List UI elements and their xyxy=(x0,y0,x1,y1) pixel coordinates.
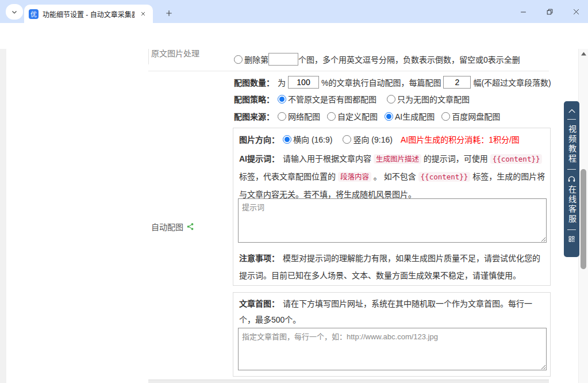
delete-nth-radio[interactable] xyxy=(234,55,243,64)
close-icon xyxy=(572,8,580,16)
panel-divider xyxy=(567,119,576,120)
code-span: {{content}} xyxy=(490,154,543,164)
panel-divider xyxy=(567,229,576,230)
credit-cost-note: AI图片生成的积分消耗：1积分/图 xyxy=(401,133,520,145)
online-service-link[interactable]: 在线客服 xyxy=(567,185,576,224)
landscape-radio[interactable] xyxy=(283,135,291,144)
source-baidu-radio[interactable] xyxy=(441,112,450,121)
ai-prompt-textarea[interactable] xyxy=(238,198,547,243)
notice-label: 注意事项： xyxy=(239,254,279,263)
floating-help-panel: 视频教程 在线客服 xyxy=(564,101,579,257)
browser-tab[interactable]: 优 功能细节设置 - 自动文章采集器 xyxy=(24,5,153,23)
per-article-count-input[interactable] xyxy=(443,76,471,89)
first-image-description: 文章首图：请在下方填写图片网址，系统在其中随机取一个作为文章首图。每行一个，最多… xyxy=(239,296,547,328)
count-seg2: %的文章执行自动配图，每篇配图 xyxy=(321,76,441,88)
strategy-noimage-label[interactable]: 只为无图的文章配图 xyxy=(397,93,470,105)
image-count-row: 配图数量： 为 %的文章执行自动配图，每篇配图 幅(不超过文章段落数) xyxy=(234,76,551,89)
auto-image-label: 自动配图 xyxy=(151,221,194,232)
scrollbar-thumb[interactable] xyxy=(581,169,586,269)
qr-code-icon[interactable] xyxy=(568,235,575,243)
code-span: 生成图片描述 xyxy=(374,154,421,164)
count-seg3: 幅(不超过文章段落数) xyxy=(473,76,551,88)
panel-divider xyxy=(567,169,576,170)
strategy-row: 配图策略： 不管原文是否有图都配图 只为无图的文章配图 xyxy=(234,93,470,105)
delete-prefix-text: 删除第 xyxy=(244,53,268,65)
delete-suffix-text: 个图，多个用英文逗号分隔，负数表示倒数，留空或0表示全删 xyxy=(298,53,520,65)
headset-icon[interactable] xyxy=(567,175,576,183)
strategy-label: 配图策略： xyxy=(234,93,274,105)
count-seg1: 为 xyxy=(278,76,286,88)
plus-icon xyxy=(165,9,173,17)
source-baidu-label[interactable]: 百度网盘配图 xyxy=(452,110,500,122)
back-to-top-icon[interactable] xyxy=(568,108,576,114)
landscape-label[interactable]: 横向 (16:9) xyxy=(293,133,332,145)
auto-image-label-text: 自动配图 xyxy=(151,221,183,232)
scroll-up-arrow-icon[interactable] xyxy=(581,52,586,56)
code-span: 段落内容 xyxy=(338,172,371,182)
tab-close-icon[interactable] xyxy=(138,9,148,19)
source-row: 配图来源： 网络配图 自定义配图 AI生成配图 百度网盘配图 xyxy=(234,110,500,122)
ai-prompt-description: AI提示词：请输入用于根据文章内容 生成图片描述 的提示词，可使用 {{cont… xyxy=(239,150,547,203)
new-tab-button[interactable] xyxy=(161,5,177,21)
table-border xyxy=(148,49,149,64)
strategy-all-radio[interactable] xyxy=(278,95,286,104)
page-scrollbar[interactable] xyxy=(578,49,588,383)
source-custom-label[interactable]: 自定义配图 xyxy=(337,110,378,122)
code-span: {{content}} xyxy=(418,172,471,182)
window-close-button[interactable] xyxy=(564,3,587,20)
direction-label: 图片方向： xyxy=(239,133,279,145)
strategy-all-label[interactable]: 不管原文是否有图都配图 xyxy=(288,93,376,105)
portrait-label[interactable]: 竖向 (9:16) xyxy=(353,133,392,145)
first-image-textarea[interactable] xyxy=(238,328,547,370)
browser-tab-strip: 优 功能细节设置 - 自动文章采集器 xyxy=(0,0,588,23)
original-image-label: 原文图片处理 xyxy=(151,47,199,59)
source-web-radio[interactable] xyxy=(278,112,286,121)
window-minimize-button[interactable] xyxy=(512,3,535,20)
ai-image-settings-box: 图片方向： 横向 (16:9) 竖向 (9:16) AI图片生成的积分消耗：1积… xyxy=(233,128,551,286)
notice-paragraph: 注意事项：模型对提示词的理解能力有限，如果生成图片质量不足，请尝试优化您的提示词… xyxy=(239,250,547,284)
source-custom-radio[interactable] xyxy=(327,112,336,121)
portrait-radio[interactable] xyxy=(343,135,351,144)
first-image-label: 文章首图： xyxy=(239,299,279,308)
page-left-gutter xyxy=(0,49,6,383)
tab-search-button[interactable] xyxy=(6,4,23,20)
source-label: 配图来源： xyxy=(234,110,274,122)
delete-nth-input[interactable] xyxy=(268,53,298,66)
tab-title: 功能细节设置 - 自动文章采集器 xyxy=(43,9,134,19)
direction-row: 图片方向： 横向 (16:9) 竖向 (9:16) AI图片生成的积分消耗：1积… xyxy=(239,133,520,145)
row-divider xyxy=(148,71,549,71)
count-label: 配图数量： xyxy=(234,76,274,88)
strategy-noimage-radio[interactable] xyxy=(387,95,395,104)
window-restore-button[interactable] xyxy=(538,3,561,20)
chevron-down-icon xyxy=(11,9,18,16)
next-section-edge xyxy=(148,380,549,383)
percent-input[interactable] xyxy=(288,76,319,89)
ai-prompt-label: AI提示词： xyxy=(239,154,279,163)
delete-image-row: 删除第 个图，多个用英文逗号分隔，负数表示倒数，留空或0表示全删 xyxy=(234,53,520,66)
source-ai-radio[interactable] xyxy=(385,112,393,121)
first-image-box: 文章首图：请在下方填写图片网址，系统在其中随机取一个作为文章首图。每行一个，最多… xyxy=(233,292,551,377)
minimize-icon xyxy=(520,8,527,16)
browser-toolbar: ucaiyun.com/caiji/settings/ 井 xyxy=(0,23,588,49)
site-favicon: 优 xyxy=(29,9,39,19)
video-tutorial-link[interactable]: 视频教程 xyxy=(567,125,576,164)
share-icon[interactable] xyxy=(186,223,194,231)
settings-page: 原文图片处理 删除第 个图，多个用英文逗号分隔，负数表示倒数，留空或0表示全删 … xyxy=(0,49,588,383)
source-web-label[interactable]: 网络配图 xyxy=(288,110,320,122)
restore-icon xyxy=(546,8,554,16)
source-ai-label[interactable]: AI生成配图 xyxy=(395,110,435,122)
